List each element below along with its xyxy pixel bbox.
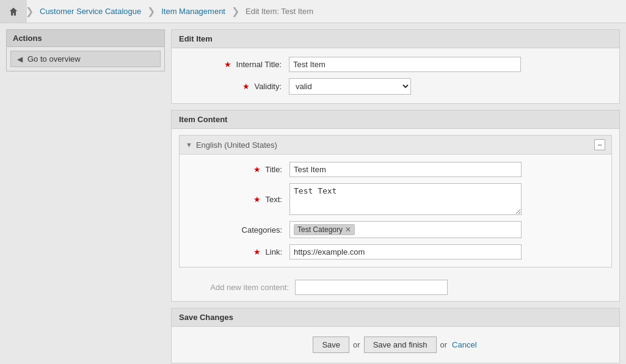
tag-remove-button[interactable]: ✕: [345, 226, 351, 233]
internal-title-input[interactable]: [289, 57, 521, 72]
breadcrumb-edit-item: Edit Item: Test Item: [238, 0, 321, 23]
edit-item-panel-body: ★ Internal Title: ★ Validity: valid inva…: [172, 48, 619, 103]
language-label: English (United States): [196, 140, 277, 150]
required-star-3: ★: [253, 165, 261, 174]
categories-label: Categories:: [180, 225, 289, 235]
breadcrumb: ❯ Customer Service Catalogue ❯ Item Mana…: [0, 0, 626, 23]
save-changes-panel: Save Changes Save or Save and finish or …: [171, 308, 620, 363]
language-body: ★ Title: ★ Text:: [180, 155, 611, 267]
link-input[interactable]: [289, 244, 522, 260]
categories-tag-container[interactable]: Test Category ✕: [289, 221, 522, 238]
add-new-content-row: Add new item content:: [172, 274, 619, 301]
sidebar-content: ◀ Go to overview: [6, 46, 165, 71]
breadcrumb-arrow-1: ❯: [26, 5, 34, 17]
required-star-4: ★: [253, 195, 261, 204]
collapse-button[interactable]: −: [594, 139, 605, 150]
breadcrumb-customer-service[interactable]: Customer Service Catalogue: [32, 0, 148, 23]
categories-row: Categories: Test Category ✕: [180, 221, 611, 238]
chevron-down-icon: ▼: [186, 141, 192, 148]
required-star-2: ★: [242, 82, 250, 91]
title-label: ★ Title:: [180, 165, 289, 174]
arrow-icon: ◀: [17, 55, 23, 64]
save-row: Save or Save and finish or Cancel: [172, 327, 619, 363]
breadcrumb-arrow-2: ❯: [147, 5, 155, 17]
title-input[interactable]: [289, 162, 522, 177]
link-label: ★ Link:: [180, 247, 289, 257]
required-star-5: ★: [253, 247, 261, 257]
item-content-panel-header: Item Content: [172, 111, 619, 129]
go-to-overview-button[interactable]: ◀ Go to overview: [10, 51, 161, 67]
text-textarea[interactable]: [289, 183, 522, 215]
internal-title-label: ★ Internal Title:: [179, 60, 289, 69]
tag-label: Test Category: [297, 225, 343, 234]
item-content-panel: Item Content ▼ English (United States) −: [171, 110, 620, 302]
save-and-finish-button[interactable]: Save and finish: [364, 337, 437, 353]
language-block: ▼ English (United States) − ★ Title:: [179, 135, 612, 268]
save-button[interactable]: Save: [313, 337, 349, 353]
or-text-2: or: [440, 340, 448, 349]
title-row: ★ Title:: [180, 162, 611, 177]
save-changes-panel-header: Save Changes: [172, 308, 619, 327]
cancel-button[interactable]: Cancel: [451, 340, 478, 349]
add-new-content-input[interactable]: [295, 280, 448, 295]
text-row: ★ Text:: [180, 183, 611, 215]
sidebar-title: Actions: [6, 29, 165, 46]
home-icon: [9, 7, 18, 16]
categories-input[interactable]: [357, 225, 460, 235]
validity-row: ★ Validity: valid invalid: [179, 78, 612, 95]
add-new-content-label: Add new item content:: [179, 283, 289, 292]
sidebar: Actions ◀ Go to overview: [6, 29, 165, 363]
main-container: Actions ◀ Go to overview Edit Item ★ Int…: [0, 23, 626, 364]
validity-label: ★ Validity:: [179, 82, 289, 91]
breadcrumb-item-management[interactable]: Item Management: [154, 0, 233, 23]
edit-item-panel-header: Edit Item: [172, 30, 619, 48]
content-area: Edit Item ★ Internal Title: ★ Validity:: [171, 29, 620, 363]
category-tag: Test Category ✕: [294, 224, 355, 235]
or-text-1: or: [353, 340, 360, 349]
internal-title-row: ★ Internal Title:: [179, 57, 612, 72]
validity-select[interactable]: valid invalid: [289, 78, 411, 95]
breadcrumb-arrow-3: ❯: [231, 5, 239, 17]
language-header: ▼ English (United States) −: [180, 136, 611, 155]
language-toggle[interactable]: ▼ English (United States): [186, 140, 277, 150]
breadcrumb-home[interactable]: [0, 0, 27, 23]
text-label: ★ Text:: [180, 195, 289, 204]
edit-item-panel: Edit Item ★ Internal Title: ★ Validity:: [171, 29, 620, 104]
link-row: ★ Link:: [180, 244, 611, 260]
required-star: ★: [224, 60, 231, 69]
